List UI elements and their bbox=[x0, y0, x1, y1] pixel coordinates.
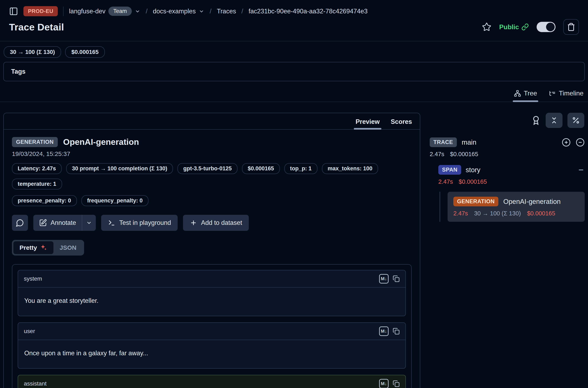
collapse-all-button[interactable] bbox=[546, 113, 563, 128]
message-content: You are a great storyteller. bbox=[18, 288, 406, 316]
breadcrumb-trace-id: fac231bc-90ee-490a-aa32-78c4269474e3 bbox=[249, 8, 368, 15]
tab-timeline[interactable]: Timeline bbox=[549, 90, 584, 102]
breadcrumb-separator: / bbox=[210, 8, 212, 15]
markdown-toggle-icon[interactable]: M↓ bbox=[379, 379, 388, 388]
messages-container: system M↓ You are a great storyteller. bbox=[12, 264, 412, 388]
zoom-in-icon[interactable] bbox=[562, 138, 571, 147]
collapse-node-icon[interactable] bbox=[577, 166, 585, 174]
frequency-penalty-badge: frequency_penalty: 0 bbox=[81, 195, 148, 206]
annotate-split-button: Annotate bbox=[33, 215, 96, 231]
trace-stats: 30 → 100 (Σ 130) $0.000165 bbox=[0, 41, 588, 58]
public-toggle[interactable] bbox=[537, 22, 556, 32]
trace-metrics: 2.47s $0.000165 bbox=[430, 151, 585, 158]
message-role-label: user bbox=[24, 328, 35, 335]
timeline-icon bbox=[549, 90, 556, 97]
show-metrics-percent-button[interactable] bbox=[567, 113, 584, 128]
markdown-toggle-icon[interactable]: M↓ bbox=[379, 274, 388, 284]
panel-left-icon bbox=[9, 7, 18, 16]
trace-type-badge: TRACE bbox=[430, 137, 457, 147]
span-name: story bbox=[466, 166, 480, 174]
sidebar-toggle-button[interactable] bbox=[9, 7, 18, 16]
chevrons-collapse-icon bbox=[550, 116, 558, 124]
user-message-card: user M↓ Once upon a time in a galaxy far… bbox=[18, 322, 406, 369]
breadcrumb-traces-link[interactable]: Traces bbox=[217, 8, 236, 15]
delete-trace-button[interactable] bbox=[563, 19, 579, 35]
max-tokens-badge: max_tokens: 100 bbox=[322, 163, 378, 174]
observation-title: OpenAI-generation bbox=[63, 137, 139, 147]
generation-cost: $0.000165 bbox=[527, 210, 555, 217]
cost-pill: $0.000165 bbox=[65, 46, 105, 58]
temperature-badge: temperature: 1 bbox=[12, 179, 62, 190]
plus-icon bbox=[190, 219, 197, 227]
chevron-down-icon bbox=[86, 220, 92, 226]
message-role-label: assistant bbox=[24, 380, 47, 387]
system-message-card: system M↓ You are a great storyteller. bbox=[18, 270, 406, 316]
observation-timestamp: 19/03/2024, 15:25:37 bbox=[12, 150, 412, 157]
format-pretty-segment[interactable]: Pretty bbox=[13, 241, 53, 254]
tree-node-span[interactable]: SPAN story bbox=[438, 165, 585, 175]
tab-preview[interactable]: Preview bbox=[356, 118, 380, 129]
tags-label: Tags bbox=[11, 68, 25, 75]
latency-badge: Latency: 2.47s bbox=[12, 163, 62, 174]
breadcrumb-project[interactable]: docs-examples bbox=[153, 8, 204, 15]
bookmark-star-button[interactable] bbox=[482, 22, 491, 32]
zoom-out-icon[interactable] bbox=[576, 138, 585, 147]
copy-icon[interactable] bbox=[393, 275, 400, 282]
sparkles-icon bbox=[40, 244, 47, 251]
generation-type-badge: GENERATION bbox=[453, 197, 498, 206]
trash-icon bbox=[567, 23, 575, 31]
message-role-label: system bbox=[24, 275, 42, 282]
comment-bubble-icon bbox=[16, 219, 24, 227]
tree-toolbar bbox=[430, 113, 585, 128]
observation-badges-row1: Latency: 2.47s 30 prompt → 100 completio… bbox=[12, 163, 412, 190]
copy-icon[interactable] bbox=[393, 380, 400, 387]
star-icon bbox=[482, 22, 491, 32]
test-in-playground-button[interactable]: Test in playground bbox=[101, 215, 178, 231]
generation-tokens: 30 → 100 (Σ 130) bbox=[474, 210, 521, 217]
add-to-dataset-button[interactable]: Add to dataset bbox=[183, 215, 249, 231]
breadcrumb-divider bbox=[63, 7, 64, 16]
markdown-toggle-icon[interactable]: M↓ bbox=[379, 326, 388, 336]
format-toggle: Pretty JSON bbox=[12, 240, 84, 256]
breadcrumb-separator: / bbox=[146, 8, 148, 15]
token-usage-pill: 30 → 100 (Σ 130) bbox=[4, 46, 61, 58]
comments-button[interactable] bbox=[12, 215, 28, 231]
annotate-dropdown-button[interactable] bbox=[82, 215, 96, 231]
chevron-down-icon[interactable] bbox=[199, 8, 204, 14]
observation-type-badge: GENERATION bbox=[12, 137, 58, 147]
span-latency: 2.47s bbox=[438, 178, 453, 185]
generation-latency: 2.47s bbox=[453, 210, 468, 217]
chevron-down-icon[interactable] bbox=[135, 8, 140, 14]
org-type-pill: Team bbox=[108, 7, 132, 16]
trace-cost: $0.000165 bbox=[450, 151, 478, 158]
tab-tree[interactable]: Tree bbox=[514, 90, 537, 102]
tab-scores[interactable]: Scores bbox=[391, 118, 412, 129]
toggle-knob bbox=[546, 23, 555, 31]
annotate-pencil-icon bbox=[39, 219, 47, 227]
tree-node-trace[interactable]: TRACE main bbox=[430, 137, 585, 147]
award-icon[interactable] bbox=[531, 116, 541, 125]
trace-name: main bbox=[462, 139, 476, 146]
environment-badge: PROD-EU bbox=[23, 6, 58, 16]
breadcrumb-org[interactable]: langfuse-dev Team bbox=[69, 7, 140, 16]
presence-penalty-badge: presence_penalty: 0 bbox=[12, 195, 77, 206]
public-share-link[interactable]: Public bbox=[499, 23, 529, 31]
format-json-segment[interactable]: JSON bbox=[53, 241, 83, 254]
tree-network-icon bbox=[514, 90, 521, 97]
trace-tree-panel: TRACE main 2.47s $0.000165 SPAN story bbox=[430, 113, 585, 222]
model-badge[interactable]: gpt-3.5-turbo-0125 bbox=[178, 163, 237, 174]
percent-icon bbox=[572, 116, 580, 124]
view-tabs: Tree Timeline bbox=[0, 81, 588, 102]
panel-tabs: Preview Scores bbox=[4, 113, 420, 130]
annotate-button[interactable]: Annotate bbox=[33, 215, 82, 231]
generation-metrics: 2.47s 30 → 100 (Σ 130) $0.000165 bbox=[453, 210, 579, 217]
breadcrumb: PROD-EU langfuse-dev Team / docs-example… bbox=[0, 0, 588, 16]
tags-box[interactable]: Tags bbox=[3, 62, 585, 81]
breadcrumb-separator: / bbox=[241, 8, 243, 15]
copy-icon[interactable] bbox=[393, 328, 400, 335]
cost-badge: $0.000165 bbox=[242, 163, 280, 174]
tree-node-generation-selected[interactable]: GENERATION OpenAI-generation 2.47s 30 → … bbox=[448, 192, 585, 222]
trace-latency: 2.47s bbox=[430, 151, 444, 158]
span-metrics: 2.47s $0.000165 bbox=[438, 178, 585, 185]
terminal-icon bbox=[108, 219, 115, 227]
